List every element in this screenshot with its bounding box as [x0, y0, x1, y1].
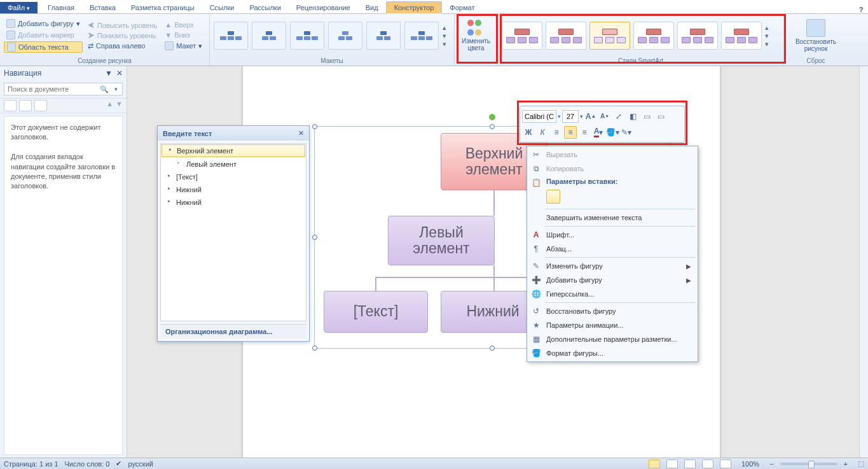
- layouts-more[interactable]: ▴▾▾: [443, 24, 446, 48]
- mini-bring-front[interactable]: ▭: [640, 110, 653, 123]
- ctx-end-edit[interactable]: Завершить изменение текста: [527, 211, 698, 225]
- mini-font-color[interactable]: A▾: [592, 126, 605, 139]
- style-thumb-3[interactable]: [589, 22, 630, 50]
- layout-thumb-3[interactable]: [290, 22, 324, 50]
- move-up-button[interactable]: ▲Вверх: [162, 20, 205, 29]
- resize-handle-sw[interactable]: [312, 346, 317, 351]
- ctx-add-shape[interactable]: ➕Добавить фигуру▶: [527, 273, 698, 287]
- view-web-layout[interactable]: [684, 459, 696, 468]
- style-thumb-4[interactable]: [633, 22, 674, 50]
- status-proofing-icon[interactable]: ✔: [116, 459, 121, 468]
- rtl-button[interactable]: ⇄Справа налево: [85, 41, 160, 51]
- mini-size-combo[interactable]: [562, 110, 579, 123]
- layout-menu-button[interactable]: Макет ▾: [162, 41, 205, 51]
- tab-insert[interactable]: Вставка: [82, 2, 123, 13]
- nav-search[interactable]: 🔍 ▾: [4, 83, 123, 95]
- view-print-layout[interactable]: [649, 459, 660, 468]
- view-full-screen[interactable]: [666, 459, 678, 468]
- style-thumb-1[interactable]: [502, 22, 542, 50]
- mini-quick-styles[interactable]: ◧: [626, 110, 639, 123]
- tab-smartart-design[interactable]: Конструктор: [386, 1, 443, 14]
- ctx-restore[interactable]: ↺Восстановить фигуру: [527, 304, 698, 318]
- mini-grow-font[interactable]: A▲: [584, 110, 597, 123]
- help-icon[interactable]: ?: [854, 6, 868, 13]
- zoom-in-icon[interactable]: +: [844, 460, 848, 468]
- mini-send-back[interactable]: ▭: [654, 110, 667, 123]
- layout-thumb-5[interactable]: [366, 22, 401, 50]
- tab-home[interactable]: Главная: [40, 2, 82, 13]
- text-pane-button[interactable]: Область текста: [4, 41, 83, 53]
- nav-prev-icon[interactable]: ▲: [106, 100, 113, 111]
- tab-review[interactable]: Рецензирование: [289, 2, 358, 13]
- ctx-font[interactable]: AШрифт...: [527, 228, 698, 242]
- search-down-icon[interactable]: ▾: [111, 83, 123, 95]
- resize-handle-s[interactable]: [490, 346, 495, 351]
- mini-align-center[interactable]: ≡: [564, 126, 577, 139]
- nav-view-pages[interactable]: [19, 100, 32, 111]
- nav-view-headings[interactable]: [4, 100, 17, 111]
- mini-align-left[interactable]: ≡: [550, 126, 563, 139]
- text-pane-close-icon[interactable]: ✕: [298, 129, 304, 137]
- resize-handle-nw[interactable]: [312, 124, 317, 129]
- ctx-change-shape[interactable]: ✎Изменить фигуру▶: [527, 259, 698, 273]
- ctx-paste-options[interactable]: [527, 187, 698, 207]
- text-pane-item-3[interactable]: Нижний: [161, 183, 306, 196]
- view-draft[interactable]: [720, 459, 731, 468]
- rotate-handle[interactable]: [489, 114, 495, 120]
- status-words[interactable]: Число слов: 0: [65, 460, 110, 468]
- zoom-slider[interactable]: [780, 463, 837, 465]
- mini-bold[interactable]: Ж: [522, 126, 535, 139]
- style-thumb-2[interactable]: [546, 22, 586, 50]
- smartart-node-left[interactable]: Левый элемент: [388, 216, 495, 265]
- view-outline[interactable]: [702, 459, 713, 468]
- nav-dropdown-icon[interactable]: ▼: [105, 69, 113, 78]
- status-language[interactable]: русский: [128, 460, 153, 468]
- tab-file[interactable]: Файл ▾: [0, 2, 38, 13]
- tab-view[interactable]: Вид: [358, 2, 386, 13]
- layout-thumb-1[interactable]: [214, 22, 248, 50]
- ctx-cut[interactable]: ✂Вырезать: [527, 148, 698, 162]
- text-pane-item-0[interactable]: Верхний элемент: [162, 144, 305, 157]
- resize-handle-n[interactable]: [490, 124, 495, 129]
- collapsed-pane[interactable]: [859, 66, 868, 458]
- ctx-copy[interactable]: ⧉Копировать: [527, 162, 698, 176]
- styles-more[interactable]: ▴▾▾: [765, 24, 769, 48]
- nav-next-icon[interactable]: ▼: [116, 100, 123, 111]
- status-page[interactable]: Страница: 1 из 1: [4, 460, 59, 468]
- change-colors-button[interactable]: Изменить цвета: [458, 18, 494, 53]
- text-pane-footer[interactable]: Организационная диаграмма...: [160, 324, 307, 339]
- promote-button[interactable]: ⮜Повысить уровень: [85, 21, 160, 30]
- ctx-more-layout[interactable]: ▦Дополнительные параметры разметки...: [527, 332, 698, 346]
- zoom-fit-icon[interactable]: ⬚: [858, 459, 864, 468]
- nav-view-results[interactable]: [34, 100, 47, 111]
- text-pane-item-1[interactable]: Левый элемент: [161, 158, 306, 171]
- mini-font-combo[interactable]: [522, 110, 556, 123]
- nav-search-input[interactable]: [4, 83, 99, 95]
- text-pane-item-4[interactable]: Нижний: [161, 196, 306, 209]
- text-pane-item-2[interactable]: [Текст]: [161, 171, 306, 183]
- mini-fill-color[interactable]: 🪣▾: [606, 126, 619, 139]
- tab-references[interactable]: Ссылки: [202, 2, 242, 13]
- layout-thumb-6[interactable]: [404, 22, 439, 50]
- move-down-button[interactable]: ▼Вниз: [162, 31, 205, 39]
- resize-handle-w[interactable]: [312, 235, 317, 240]
- add-bullet-button[interactable]: Добавить маркер: [4, 30, 83, 40]
- mini-outline-color[interactable]: ✎▾: [620, 126, 633, 139]
- search-icon[interactable]: 🔍: [99, 83, 111, 95]
- layout-thumb-2[interactable]: [252, 22, 286, 50]
- reset-graphic-button[interactable]: Восстановить рисунок: [788, 18, 844, 53]
- tab-page-layout[interactable]: Разметка страницы: [123, 2, 202, 13]
- tab-smartart-format[interactable]: Формат: [442, 2, 482, 13]
- style-thumb-6[interactable]: [721, 22, 762, 50]
- mini-autofit-icon[interactable]: ⤢: [612, 110, 625, 123]
- nav-close-icon[interactable]: ✕: [116, 69, 123, 78]
- ctx-hyperlink[interactable]: 🌐Гиперссылка...: [527, 287, 698, 301]
- style-thumb-5[interactable]: [677, 22, 718, 50]
- text-pane[interactable]: Введите текст ✕ Верхний элемент Левый эл…: [157, 125, 310, 342]
- mini-align-right[interactable]: ≡: [578, 126, 591, 139]
- zoom-out-icon[interactable]: −: [769, 460, 773, 468]
- mini-toolbar[interactable]: ▾ ▾ A▲ A▼ ⤢ ◧ ▭ ▭ Ж К ≡ ≡ ≡ A▾ 🪣▾ ✎▾: [520, 106, 685, 143]
- add-shape-button[interactable]: Добавить фигуру ▾: [4, 18, 83, 29]
- paste-keep-source-icon[interactable]: [546, 190, 560, 204]
- ctx-paragraph[interactable]: ¶Абзац...: [527, 242, 698, 256]
